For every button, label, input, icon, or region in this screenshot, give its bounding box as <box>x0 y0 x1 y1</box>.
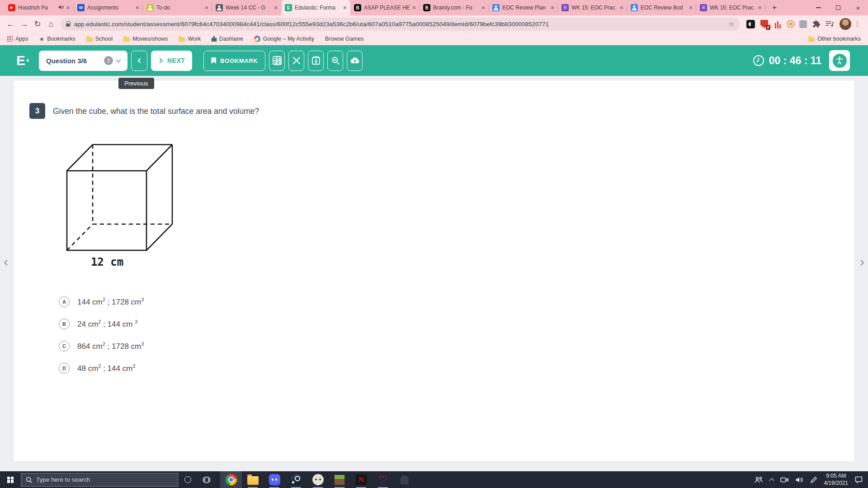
tab-close-icon[interactable]: × <box>758 5 762 11</box>
cortana-button[interactable] <box>178 471 197 488</box>
meet-now-icon[interactable] <box>780 477 788 483</box>
adblock-extension-icon[interactable]: 2 <box>760 20 769 28</box>
option-radio[interactable]: C <box>59 341 70 352</box>
tab-close-icon[interactable]: × <box>551 5 554 11</box>
tab-edulastic-active[interactable]: E Edulastic: Forma × <box>281 0 350 15</box>
answer-option-c[interactable]: C 864 cm2 ; 1728 cm3 <box>59 341 144 352</box>
bookmark-dashlane[interactable]: Dashlane <box>212 36 243 42</box>
tab-audio-icon[interactable] <box>58 4 64 12</box>
accessibility-button[interactable] <box>829 50 850 71</box>
bookmark-browse-games[interactable]: Browse Games <box>325 36 363 42</box>
bookmark-bookmarks[interactable]: ★Bookmarks <box>39 36 75 42</box>
tab-close-icon[interactable]: × <box>66 5 70 11</box>
taskbar-minecraft[interactable] <box>329 471 350 488</box>
taskbar-file-explorer[interactable] <box>242 471 264 488</box>
tab-close-icon[interactable]: × <box>620 5 623 11</box>
taskbar-chrome[interactable] <box>220 471 242 488</box>
taskbar-steam[interactable] <box>285 471 307 488</box>
task-view-button[interactable] <box>197 471 216 488</box>
media-controls-icon[interactable] <box>826 20 834 28</box>
disabled-extension-icon[interactable] <box>799 20 807 28</box>
tab-close-icon[interactable]: × <box>205 5 208 11</box>
minecraft-icon <box>334 474 345 485</box>
window-close-button[interactable]: × <box>848 0 868 15</box>
folder-icon <box>808 37 815 42</box>
tray-time: 9:05 AM <box>824 473 848 480</box>
tab-todo[interactable]: To-do × <box>143 0 212 15</box>
answer-option-b[interactable]: B 24 cm2 ; 144 cm 3 <box>59 319 137 329</box>
cross-out-button[interactable] <box>288 51 304 71</box>
file-explorer-icon <box>247 476 259 485</box>
chrome-menu-icon[interactable]: ⋮ <box>853 20 864 28</box>
taskbar-discord[interactable] <box>264 471 285 488</box>
tab-assignments[interactable]: W Assignments × <box>74 0 143 15</box>
taskbar-netflix[interactable]: N <box>350 471 372 488</box>
tab-close-icon[interactable]: × <box>481 5 485 11</box>
tab-close-icon[interactable]: × <box>343 5 347 11</box>
taskbar-background-app[interactable] <box>394 471 415 488</box>
option-radio[interactable]: D <box>59 363 70 374</box>
bookmark-folder-school[interactable]: School <box>86 36 113 42</box>
action-center-icon[interactable] <box>855 476 863 483</box>
option-radio[interactable]: B <box>59 319 70 329</box>
bookmark-google-activity[interactable]: Google – My Activity <box>254 36 314 42</box>
tab-hoodrich[interactable]: Hoodrich Pa × <box>5 0 74 15</box>
home-button[interactable]: ⌂ <box>44 17 58 31</box>
tab-close-icon[interactable]: × <box>412 5 416 11</box>
tab-title: ASAP PLEASE HE <box>364 5 410 11</box>
darkreader-extension-icon[interactable] <box>746 20 755 28</box>
question-selector[interactable]: Question 3/6 ! <box>39 51 127 71</box>
people-icon[interactable] <box>754 476 763 483</box>
google-icon <box>254 36 260 42</box>
reload-button[interactable]: ↻ <box>31 17 44 31</box>
tab-eoc-plan[interactable]: EOC Review Plan × <box>489 0 558 15</box>
tab-wk15-b[interactable]: WK 15: EOC Prac × <box>696 0 765 15</box>
tab-asap[interactable]: B ASAP PLEASE HE × <box>350 0 420 15</box>
extensions-puzzle-icon[interactable] <box>812 20 821 28</box>
clock-date[interactable]: 9:05 AM 4/19/2021 <box>824 473 848 487</box>
option-radio[interactable]: A <box>59 296 70 307</box>
tab-brainly[interactable]: B Brainly.com - Fo × <box>420 0 489 15</box>
window-minimize-button[interactable] <box>808 0 828 15</box>
red-bars-extension-icon[interactable] <box>774 20 782 28</box>
bookmark-folder-movies[interactable]: Movies/shows <box>123 36 168 42</box>
upload-button[interactable] <box>347 51 363 71</box>
answer-option-d[interactable]: D 48 cm2 ; 144 cm3 <box>59 363 135 374</box>
window-restore-button[interactable] <box>828 0 848 15</box>
scratchpad-button[interactable] <box>308 51 324 71</box>
answer-option-a[interactable]: A 144 cm2 ; 1728 cm3 <box>59 296 144 307</box>
previous-question-button[interactable] <box>131 51 147 71</box>
bookmark-apps[interactable]: Apps <box>7 36 28 42</box>
bookmark-star-icon[interactable]: ☆ <box>728 20 735 28</box>
ssl-lock-icon[interactable] <box>66 23 70 27</box>
back-button[interactable]: ← <box>4 17 17 31</box>
address-bar[interactable]: app.edulastic.com/student/assessment/607… <box>61 18 740 31</box>
start-button[interactable] <box>0 471 21 488</box>
pen-icon[interactable] <box>810 476 817 483</box>
page-right-chevron[interactable]: › <box>860 255 864 268</box>
forward-button[interactable]: → <box>17 17 31 31</box>
taskbar-search[interactable]: Type here to search <box>21 473 178 487</box>
new-tab-button[interactable]: + <box>768 1 781 14</box>
tab-close-icon[interactable]: × <box>689 5 693 11</box>
next-question-button[interactable]: NEXT <box>151 51 192 71</box>
bookmark-folder-work[interactable]: Work <box>179 36 201 42</box>
profile-avatar[interactable] <box>840 18 851 30</box>
tab-close-icon[interactable]: × <box>136 5 139 11</box>
other-bookmarks[interactable]: Other bookmarks <box>808 36 861 42</box>
windows-taskbar: Type here to search N ♡ <box>0 471 868 488</box>
bookmark-question-button[interactable]: BOOKMARK <box>203 51 265 71</box>
taskbar-osu[interactable]: ♡ <box>372 471 394 488</box>
tab-week14[interactable]: Week 14 CC - G × <box>212 0 281 15</box>
tray-expand-icon[interactable] <box>769 478 774 483</box>
record-extension-icon[interactable] <box>787 20 794 28</box>
tab-title: EOC Review Bod <box>641 5 686 11</box>
volume-icon[interactable] <box>795 476 803 483</box>
tab-eoc-body[interactable]: EOC Review Bod × <box>627 0 696 15</box>
calculator-button[interactable] <box>269 51 285 71</box>
tab-wk15-a[interactable]: WK 15: EOC Prac × <box>558 0 627 15</box>
taskbar-game[interactable] <box>307 471 329 488</box>
page-left-chevron[interactable]: ‹ <box>4 255 8 268</box>
magnifier-button[interactable] <box>327 51 343 71</box>
tab-close-icon[interactable]: × <box>274 5 278 11</box>
